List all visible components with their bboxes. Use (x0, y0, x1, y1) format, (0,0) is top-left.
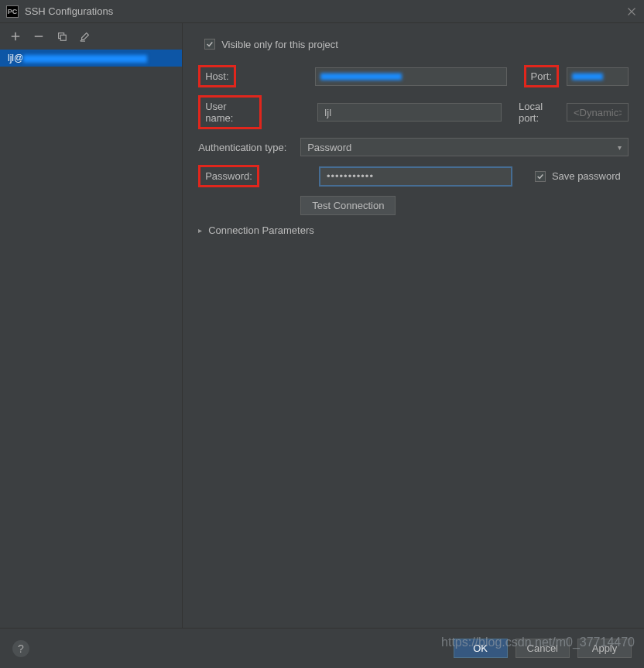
window-title: SSH Configurations (25, 5, 625, 17)
auth-select-value: Password (307, 142, 351, 153)
sidebar-list: ljl@ (0, 50, 182, 628)
localport-input[interactable] (567, 103, 629, 122)
username-input[interactable] (317, 103, 502, 122)
user-row: User name: Local port: (198, 95, 629, 129)
visible-only-label: Visible only for this project (221, 39, 338, 50)
visible-only-row: Visible only for this project (198, 34, 629, 54)
ok-button[interactable]: OK (454, 639, 508, 658)
edit-icon[interactable] (79, 30, 91, 43)
save-password-label: Save password (552, 170, 621, 182)
titlebar: PC SSH Configurations (0, 0, 644, 23)
cancel-button[interactable]: Cancel (516, 639, 570, 658)
main-panel: Visible only for this project Host: Port… (183, 23, 644, 628)
visible-only-checkbox-wrap[interactable]: Visible only for this project (204, 39, 338, 50)
test-connection-button[interactable]: Test Connection (300, 196, 396, 215)
host-label: Host: (198, 65, 235, 87)
host-row: Host: Port: (198, 65, 629, 87)
chevron-down-icon: ▾ (618, 143, 622, 152)
auth-row: Authentication type: Password ▾ (198, 137, 629, 157)
footer: ? OK Cancel Apply (0, 628, 644, 668)
sidebar-item-redacted (23, 55, 147, 63)
auth-label: Authentication type: (198, 142, 300, 153)
port-input[interactable] (567, 67, 629, 86)
visible-only-checkbox[interactable] (204, 39, 215, 50)
content: ljl@ Visible only for this project Host:… (0, 23, 644, 628)
password-label: Password: (198, 165, 259, 187)
connection-params-expando[interactable]: ▸ Connection Parameters (198, 224, 629, 236)
copy-icon[interactable] (56, 30, 68, 43)
help-icon[interactable]: ? (12, 640, 29, 657)
remove-icon[interactable] (33, 30, 45, 43)
sidebar: ljl@ (0, 23, 183, 628)
auth-select[interactable]: Password ▾ (300, 138, 629, 156)
close-icon[interactable] (625, 5, 638, 18)
host-input[interactable] (315, 67, 507, 86)
sidebar-item-prefix: ljl@ (8, 53, 23, 63)
password-row: Password: Save password (198, 165, 629, 187)
localport-label: Local port: (519, 101, 560, 124)
test-row: Test Connection (198, 195, 629, 215)
app-icon: PC (6, 5, 19, 18)
save-password-wrap[interactable]: Save password (535, 170, 621, 182)
connection-params-label: Connection Parameters (208, 224, 314, 236)
sidebar-item-config[interactable]: ljl@ (0, 50, 182, 67)
chevron-right-icon: ▸ (198, 226, 202, 235)
sidebar-toolbar (0, 23, 182, 50)
svg-rect-1 (60, 35, 66, 40)
username-label: User name: (198, 95, 262, 129)
apply-button[interactable]: Apply (577, 639, 632, 658)
port-label: Port: (524, 65, 559, 87)
add-icon[interactable] (9, 30, 22, 43)
password-input[interactable] (320, 167, 512, 186)
save-password-checkbox[interactable] (535, 171, 546, 182)
